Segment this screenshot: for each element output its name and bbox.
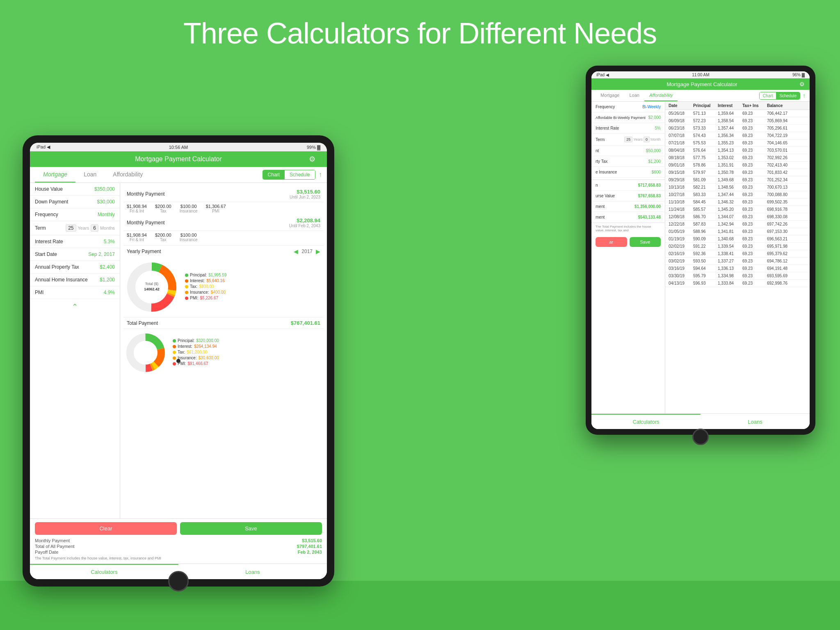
schedule-panel-small: Date Principal Interest Tax+ Ins Balance…: [665, 102, 810, 413]
tabs-row-small: Mortgage Loan Affordability Chart Schedu…: [591, 90, 810, 102]
table-row: 04/13/19596.931,333.8469.23692,998.76: [665, 280, 810, 287]
result-label-1: n: [596, 183, 598, 187]
status-left: iPad ◀: [37, 144, 50, 150]
summary-total-value: $797,401.61: [297, 544, 322, 549]
schedule-toggle-large[interactable]: Schedule: [285, 170, 315, 179]
small-val-biweekly: $2,000: [648, 115, 661, 120]
year-prev-arrow[interactable]: ◀: [294, 248, 298, 255]
pri-int-group-2: $1,908.94 Fri & Int: [127, 233, 147, 242]
result-1: n $717,658.83: [591, 180, 665, 191]
schedule-table-header: Date Principal Interest Tax+ Ins Balance: [665, 102, 810, 110]
clear-button-large[interactable]: Clear: [35, 522, 177, 535]
summary-monthly-value: $3,515.60: [302, 538, 322, 543]
small-val-eins: $600: [652, 170, 661, 174]
legend-label-tax: Tax:: [190, 284, 197, 289]
home-button-small[interactable]: [692, 429, 709, 445]
tab-calculators-large[interactable]: Calculators: [30, 564, 178, 579]
field-val-start-date: Sep 2, 2017: [88, 251, 115, 257]
pri-int-group-1: $1,908.94 Fri & Int: [127, 204, 147, 213]
field-label-house-value: House Value: [35, 186, 63, 192]
tab-loan-small[interactable]: Loan: [624, 90, 644, 101]
summary-payoff-value: Feb 2, 2043: [298, 550, 322, 555]
total-payment-amount: $767,401.61: [291, 320, 320, 326]
table-row: 12/22/18587.831,342.9469.23697,742.26: [665, 221, 810, 228]
table-row: 08/04/18576.641,354.1369.23703,570.01: [665, 147, 810, 154]
home-button-large[interactable]: [168, 571, 189, 591]
tab-calculators-small[interactable]: Calculators: [591, 414, 701, 429]
total-dot-interest: [173, 345, 176, 348]
nav-title-large: Mortgage Payment Calculator: [48, 155, 309, 163]
total-legend: Principal: $320,000.00 Interest: $264,13…: [173, 338, 219, 367]
settings-icon-large[interactable]: ⚙: [309, 155, 320, 164]
monthly-payment-label-2: Monthly Payment: [127, 220, 165, 226]
monthly-amount-2: $2,208.94: [289, 217, 320, 224]
tax-label-2: Tax: [155, 237, 171, 242]
table-row: 07/07/18574.431,356.3469.23704,722.19: [665, 132, 810, 139]
field-val-pmi: 4.9%: [104, 290, 115, 295]
table-row: 06/23/18573.331,357.4469.23705,296.61: [665, 125, 810, 132]
field-insurance: Annual Home Insurance $1,200: [30, 274, 120, 286]
segment-tabs-large: Mortgage Loan Affordability: [35, 167, 151, 183]
schedule-toggle-small[interactable]: Schedule: [776, 92, 800, 99]
table-row: 11/10/18584.451,346.3269.23699,502.35: [665, 199, 810, 206]
tab-affordability-small[interactable]: Affordability: [644, 90, 678, 101]
small-field-frequency: Frequency Bi-Weekly: [591, 102, 665, 112]
page-title: Three Calculators for Different Needs: [0, 0, 840, 50]
field-label-down-payment: Down Payment: [35, 199, 68, 205]
total-label-tax: Tax:: [178, 350, 185, 354]
tab-mortgage-small[interactable]: Mortgage: [596, 90, 624, 101]
tab-mortgage-large[interactable]: Mortgage: [35, 167, 75, 183]
tax-group-1: $200.00 Tax: [155, 204, 171, 213]
ipad-large: iPad ◀ 10:56 AM 99% ▓ Mortgage Payment C…: [23, 135, 334, 587]
field-label-frequency: Frequency: [35, 212, 58, 217]
small-label-rtytax: rty Tax: [596, 159, 607, 164]
save-button-small[interactable]: Save: [630, 237, 661, 247]
summary-total-label: Total of All Payment: [35, 544, 75, 549]
save-button-large[interactable]: Save: [180, 522, 322, 535]
summary-payoff-label: Payoff Date: [35, 550, 58, 555]
tab-loans-large[interactable]: Loans: [178, 564, 327, 579]
clear-button-small[interactable]: ar: [596, 237, 627, 247]
insurance-label-2: Insurance: [180, 237, 198, 242]
pri-int-val-1: $1,908.94: [127, 204, 147, 209]
chart-toggle-large[interactable]: Chart: [263, 170, 285, 179]
nav-bar-small: Mortgage Payment Calculator ⚙: [591, 78, 810, 90]
status-bar-large: iPad ◀ 10:56 AM 99% ▓: [30, 143, 327, 151]
table-row: 01/19/19590.091,340.6869.23696,563.21: [665, 235, 810, 243]
field-val-down-payment: $30,000: [97, 199, 115, 205]
share-icon-large[interactable]: ↑: [319, 171, 322, 178]
tab-loan-large[interactable]: Loan: [75, 167, 105, 183]
settings-icon-small[interactable]: ⚙: [799, 81, 805, 87]
year-next-arrow[interactable]: ▶: [316, 248, 320, 255]
legend-pmi: PMI: $5,226.67: [185, 296, 227, 300]
field-frequency: Frequency Monthly: [30, 208, 120, 221]
status-right-small: 96% ▓: [792, 73, 805, 77]
chart-toggle-small[interactable]: Chart: [760, 92, 776, 99]
total-val-tax: $61,200.00: [187, 350, 207, 354]
expand-icon[interactable]: ⌃: [30, 299, 120, 315]
field-val-interest: 5.3%: [104, 239, 115, 244]
tab-affordability-large[interactable]: Affordability: [105, 167, 151, 183]
total-payment-section: Total Payment $767,401.61: [123, 317, 324, 377]
total-dot-tax: [173, 351, 176, 354]
legend-interest: Interest: $5,640.16: [185, 278, 227, 283]
tax-val-2: $200.00: [155, 233, 171, 237]
nav-bar-large: Mortgage Payment Calculator ⚙: [30, 151, 327, 167]
table-row: 02/16/19592.361,338.4169.23695,379.62: [665, 250, 810, 258]
small-label-biweekly: Affordable Bi-Weekly Payment: [596, 116, 646, 120]
pmi-val-1: $1,306.67: [206, 204, 226, 209]
tab-loans-small[interactable]: Loans: [701, 414, 810, 429]
small-val-term: 25 Years 0 Month: [624, 137, 661, 142]
small-val-interest: 5%: [655, 126, 661, 130]
donut-chart-svg: Total ($) 14062.42: [125, 260, 178, 314]
legend-tax: Tax: $800.00: [185, 284, 227, 289]
nav-title-small: Mortgage Payment Calculator: [605, 81, 799, 87]
chart-schedule-toggle-large: Chart Schedule: [262, 170, 315, 180]
share-icon-small[interactable]: ↑: [803, 92, 806, 99]
toggle-group-large: Chart Schedule ↑: [262, 170, 322, 180]
small-label-frequency: Frequency: [596, 105, 615, 109]
total-dot-pmi: [173, 362, 176, 365]
table-row: 08/18/18577.751,353.0269.23702,992.26: [665, 154, 810, 162]
svg-text:14062.42: 14062.42: [144, 287, 160, 291]
legend-principal: Principal: $1,995.59: [185, 273, 227, 277]
